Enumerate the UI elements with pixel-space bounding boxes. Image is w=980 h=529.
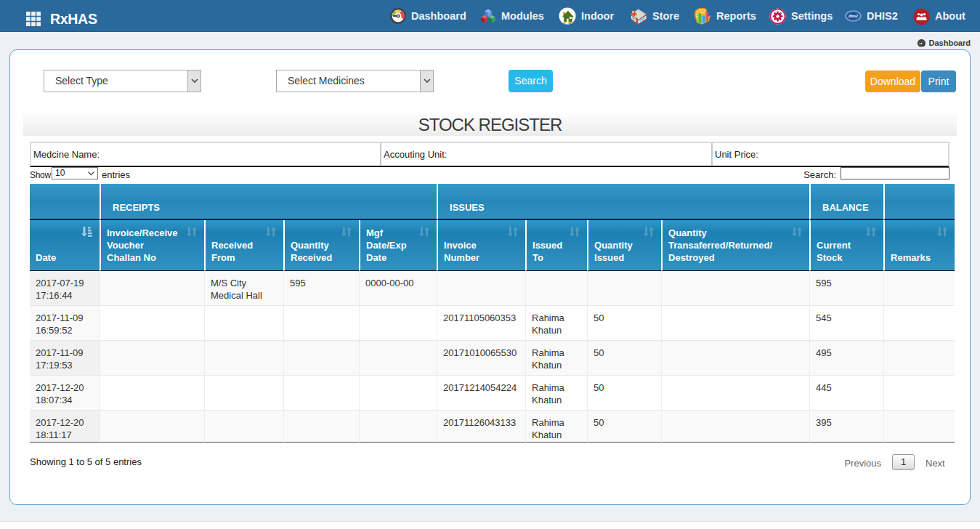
svg-text:dhis2: dhis2 [849,14,858,18]
